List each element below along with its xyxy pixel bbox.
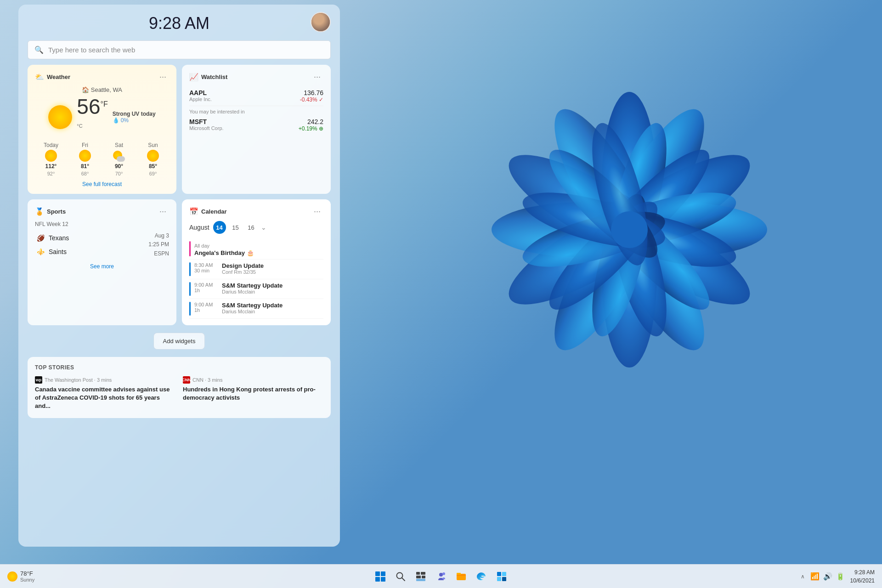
chart-icon: 📈 <box>189 73 198 81</box>
store-button[interactable] <box>493 568 510 585</box>
event-allday-content: All day Angela's Birthday 🎂 <box>194 241 254 256</box>
svg-rect-43 <box>502 577 506 581</box>
taskbar: 78°F Sunny <box>0 564 882 588</box>
forecast-fri: Fri 81° 68° <box>69 142 101 176</box>
stock-msft[interactable]: MSFT Microsoft Corp. 242.2 +0.19% ⊕ <box>189 115 323 135</box>
saints-logo: ⚜️ <box>35 246 46 257</box>
game-info: Aug 3 1:25 PM ESPN <box>148 232 169 258</box>
stock-aapl[interactable]: AAPL Apple Inc. 136.76 -0.43% ✓ <box>189 86 323 106</box>
weather-main: 56°F°C Strong UV today 💧 0% <box>35 96 169 138</box>
top-bar: 9:28 AM <box>28 14 331 33</box>
teams-column: 🏈 Texans ⚜️ Saints <box>35 231 69 259</box>
task-view-button[interactable] <box>413 568 429 585</box>
taskbar-clock[interactable]: 9:28 AM 10/6/2021 <box>850 568 875 585</box>
weather-header: ⛅ Weather ··· <box>35 71 169 83</box>
svg-line-30 <box>402 577 405 581</box>
taskbar-weather[interactable]: 78°F Sunny <box>7 570 34 582</box>
story-washpost-source: wp The Washington Post · 3 mins <box>35 376 175 384</box>
calendar-month: August <box>189 224 209 231</box>
svg-rect-26 <box>381 571 385 576</box>
sports-icon: 🏅 <box>35 207 44 216</box>
svg-point-37 <box>442 572 445 575</box>
task-view-icon <box>416 571 426 582</box>
wallpaper-flower <box>423 23 836 436</box>
event-bar-blue-2 <box>189 282 191 296</box>
top-stories-title: TOP STORIES <box>35 364 323 371</box>
event-bar-blue-1 <box>189 262 191 276</box>
calendar-month-row: August 14 15 16 ⌄ <box>189 221 323 234</box>
start-button[interactable] <box>372 568 389 585</box>
calendar-menu-button[interactable]: ··· <box>311 206 323 217</box>
calendar-chevron-icon[interactable]: ⌄ <box>261 224 266 231</box>
see-more-sports-link[interactable]: See more <box>35 263 169 270</box>
stock-aapl-price: 136.76 -0.43% ✓ <box>300 89 323 103</box>
calendar-icon: 📅 <box>189 207 198 216</box>
calendar-date-16[interactable]: 16 <box>245 221 257 233</box>
event-design-time: 8:30 AM30 min <box>194 262 218 273</box>
sports-title-row: 🏅 Sports <box>35 207 66 216</box>
svg-point-24 <box>611 211 648 248</box>
search-box[interactable]: 🔍 Type here to search the web <box>28 40 331 59</box>
story-cnn[interactable]: CNN CNN · 3 mins Hundreds in Hong Kong p… <box>183 376 323 411</box>
cnn-logo: CNN <box>183 376 190 384</box>
watchlist-title: Watchlist <box>201 74 227 80</box>
team-texans: 🏈 Texans <box>35 231 69 245</box>
story-washpost-headline: Canada vaccine committee advises against… <box>35 385 175 411</box>
edge-button[interactable] <box>473 568 490 585</box>
story-washpost[interactable]: wp The Washington Post · 3 mins Canada v… <box>35 376 175 411</box>
time-display: 9:28 AM <box>28 14 331 33</box>
forecast-sun-icon-today <box>45 150 57 162</box>
calendar-event-sm1[interactable]: 9:00 AM1h S&M Startegy Update Darius Mcc… <box>189 279 323 299</box>
svg-point-36 <box>439 573 443 577</box>
taskbar-temp: 78°F <box>20 570 34 577</box>
taskbar-weather-info: 78°F Sunny <box>20 570 34 582</box>
event-bar-pink <box>189 241 191 256</box>
windows-logo-icon <box>375 571 385 582</box>
battery-icon[interactable]: 🔋 <box>836 572 845 581</box>
top-stories-widget: TOP STORIES wp The Washington Post · 3 m… <box>28 357 331 418</box>
search-placeholder-text: Type here to search the web <box>48 46 135 54</box>
calendar-date-15[interactable]: 15 <box>230 221 242 233</box>
see-full-forecast-link[interactable]: See full forecast <box>35 181 169 187</box>
taskbar-search-button[interactable] <box>392 568 409 585</box>
calendar-date-active[interactable]: 14 <box>213 221 226 234</box>
teams-button[interactable] <box>433 568 449 585</box>
sports-header: 🏅 Sports ··· <box>35 206 169 217</box>
calendar-event-sm2[interactable]: 9:00 AM1h S&M Startegy Update Darius Mcc… <box>189 299 323 319</box>
store-icon <box>496 571 507 582</box>
story-cnn-headline: Hundreds in Hong Kong protest arrests of… <box>183 385 323 402</box>
edge-icon <box>476 571 487 582</box>
stock-msft-price: 242.2 +0.19% ⊕ <box>299 118 323 132</box>
system-icons: 📶 🔊 🔋 <box>810 572 845 581</box>
weather-side-info: Strong UV today 💧 0% <box>113 111 156 124</box>
game-network: ESPN <box>148 249 169 258</box>
event-sm1-time: 9:00 AM1h <box>194 282 218 293</box>
svg-rect-42 <box>497 577 501 581</box>
svg-rect-32 <box>421 572 425 575</box>
game-row: 🏈 Texans ⚜️ Saints Aug 3 1:25 PM ESPN <box>35 231 169 259</box>
volume-icon[interactable]: 🔊 <box>823 572 832 581</box>
show-hidden-icons-button[interactable]: ∧ <box>801 573 805 580</box>
user-avatar[interactable] <box>311 12 331 32</box>
svg-rect-40 <box>497 572 501 576</box>
sports-menu-button[interactable]: ··· <box>157 206 169 217</box>
taskbar-time-display: 9:28 AM <box>850 568 875 577</box>
wifi-icon[interactable]: 📶 <box>810 572 820 581</box>
add-widgets-button[interactable]: Add widgets <box>153 333 205 350</box>
file-explorer-button[interactable] <box>453 568 469 585</box>
forecast-sat: Sat 90° 70° <box>103 142 135 176</box>
weather-location: 🏠 Seattle, WA <box>35 86 169 93</box>
calendar-event-birthday[interactable]: All day Angela's Birthday 🎂 <box>189 238 323 260</box>
watchlist-title-row: 📈 Watchlist <box>189 73 227 81</box>
weather-menu-button[interactable]: ··· <box>157 71 169 83</box>
svg-rect-41 <box>502 572 506 576</box>
watchlist-menu-button[interactable]: ··· <box>311 71 323 83</box>
weather-title-row: ⛅ Weather <box>35 73 70 81</box>
watchlist-widget: 📈 Watchlist ··· AAPL Apple Inc. 136.76 -… <box>182 65 331 194</box>
story-cnn-source: CNN CNN · 3 mins <box>183 376 323 384</box>
stock-aapl-info: AAPL Apple Inc. <box>189 89 212 102</box>
taskbar-center <box>372 568 510 585</box>
taskbar-date-display: 10/6/2021 <box>850 577 875 585</box>
calendar-title-row: 📅 Calendar <box>189 207 227 216</box>
calendar-event-design[interactable]: 8:30 AM30 min Design Update Conf Rm 32/3… <box>189 260 323 279</box>
